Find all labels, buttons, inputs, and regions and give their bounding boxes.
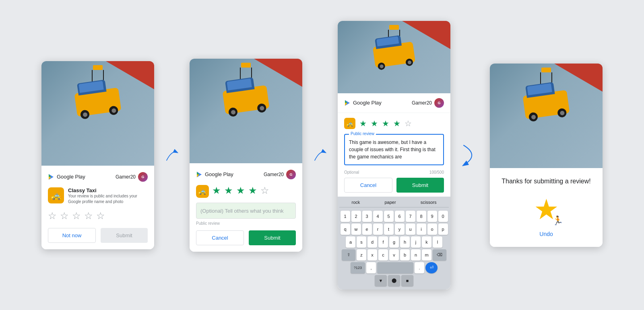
game-image-4: [490, 64, 603, 168]
review-meta-row: Optional 100/500: [338, 168, 450, 178]
key-j[interactable]: j: [411, 236, 421, 248]
user-info-3: Gamer20 G: [412, 98, 444, 108]
key-c[interactable]: c: [378, 249, 388, 261]
num-switch-key[interactable]: ?123: [351, 262, 365, 273]
curved-arrow-1: [164, 139, 180, 171]
game-image-2: [190, 59, 302, 163]
key-y[interactable]: y: [395, 224, 405, 235]
key-h[interactable]: h: [400, 236, 410, 248]
backspace-key[interactable]: ⌫: [433, 249, 446, 261]
row-a: a s d f g h j k l: [339, 236, 449, 248]
key-g[interactable]: g: [389, 236, 399, 248]
key-3[interactable]: 3: [362, 211, 372, 222]
stars-row-2: 🚕 ★ ★ ★ ★ ☆: [196, 185, 296, 198]
star-3-3[interactable]: ★: [382, 119, 389, 128]
enter-key[interactable]: ⏎: [425, 262, 438, 273]
star-3-5[interactable]: ☆: [405, 119, 412, 128]
game-image-1: [41, 61, 154, 166]
star-2-1[interactable]: ★: [212, 185, 221, 198]
back-nav[interactable]: ▼: [375, 275, 387, 286]
star-3-2[interactable]: ★: [371, 119, 378, 128]
key-5[interactable]: 5: [384, 211, 394, 222]
public-review-box[interactable]: Public review This game is awesome, but …: [344, 134, 444, 165]
suggestion-2[interactable]: paper: [384, 200, 396, 205]
undo-button[interactable]: Undo: [539, 231, 553, 237]
star-1-1[interactable]: ☆: [48, 210, 57, 222]
key-1[interactable]: 1: [341, 211, 350, 222]
not-now-button[interactable]: Not now: [48, 228, 96, 243]
review-input-2[interactable]: (Optional) Tell others what you think: [196, 203, 296, 219]
space-key[interactable]: [377, 262, 413, 273]
submit-button-3[interactable]: Submit: [396, 178, 444, 193]
key-6[interactable]: 6: [395, 211, 405, 222]
action-buttons-3: Cancel Submit: [338, 178, 450, 197]
screen2-bottom: Google Play Gamer20 G 🚕 ★ ★ ★ ★ ☆ (Optio…: [190, 163, 302, 252]
key-q[interactable]: q: [341, 224, 350, 235]
star-1-4[interactable]: ☆: [84, 210, 93, 222]
key-u[interactable]: u: [406, 224, 415, 235]
key-r[interactable]: r: [373, 224, 383, 235]
app-icon-3: 🚕: [344, 118, 355, 129]
key-n[interactable]: n: [411, 249, 421, 261]
gplay-header-3: Google Play Gamer20 G: [338, 93, 450, 113]
recent-nav[interactable]: ■: [401, 275, 413, 286]
key-2[interactable]: 2: [351, 211, 361, 222]
key-p[interactable]: p: [438, 224, 448, 235]
cancel-button-3[interactable]: Cancel: [344, 178, 392, 193]
submit-button-1[interactable]: Submit: [101, 228, 148, 243]
key-4[interactable]: 4: [373, 211, 383, 222]
key-l[interactable]: l: [433, 236, 442, 248]
star-1-5[interactable]: ☆: [96, 210, 105, 222]
play-store-icon-3: [344, 100, 351, 106]
username-2: Gamer20: [264, 172, 284, 177]
star-2-4[interactable]: ★: [248, 185, 257, 198]
key-m[interactable]: m: [422, 249, 431, 261]
comma-key[interactable]: ,: [366, 262, 376, 273]
key-k[interactable]: k: [422, 236, 431, 248]
star-2-2[interactable]: ★: [224, 185, 233, 198]
review-text: This game is awesome, but I have a coupl…: [349, 139, 439, 160]
key-w[interactable]: w: [351, 224, 361, 235]
key-s[interactable]: s: [357, 236, 366, 248]
star-1-2[interactable]: ☆: [60, 210, 69, 222]
cancel-button-2[interactable]: Cancel: [196, 230, 244, 245]
star-2-5[interactable]: ☆: [260, 185, 269, 198]
period-key[interactable]: .: [415, 262, 424, 273]
submit-button-2[interactable]: Submit: [249, 230, 296, 245]
key-z[interactable]: z: [357, 249, 366, 261]
gplay-logo-3: Google Play: [344, 100, 382, 106]
key-8[interactable]: 8: [417, 211, 426, 222]
screen1-bottom: Google Play Gamer20 G 🚕 Classy Taxi Your…: [41, 166, 154, 249]
key-e[interactable]: e: [362, 224, 372, 235]
key-t[interactable]: t: [384, 224, 394, 235]
buttons-row-2: Cancel Submit: [196, 230, 296, 245]
key-b[interactable]: b: [400, 249, 410, 261]
thanks-text: Thanks for submitting a review!: [502, 178, 590, 185]
suggestion-3[interactable]: scissors: [421, 200, 437, 205]
key-i[interactable]: i: [417, 224, 426, 235]
star-2-3[interactable]: ★: [236, 185, 245, 198]
key-v[interactable]: v: [389, 249, 399, 261]
star-3-1[interactable]: ★: [359, 119, 367, 128]
key-o[interactable]: o: [427, 224, 437, 235]
key-0[interactable]: 0: [438, 211, 448, 222]
home-nav[interactable]: ⬤: [388, 275, 400, 286]
key-x[interactable]: x: [367, 249, 377, 261]
key-a[interactable]: a: [346, 236, 355, 248]
key-7[interactable]: 7: [406, 211, 415, 222]
star-3-4[interactable]: ★: [393, 119, 400, 128]
user-info-1: Gamer20 G: [116, 172, 148, 182]
screen1: Google Play Gamer20 G 🚕 Classy Taxi Your…: [41, 61, 154, 249]
rating-row-3: 🚕 ★ ★ ★ ★ ☆: [338, 113, 450, 134]
suggestion-1[interactable]: rock: [352, 200, 360, 205]
buttons-row-1: Not now Submit: [48, 228, 148, 243]
key-9[interactable]: 9: [427, 211, 437, 222]
shift-key[interactable]: ⇧: [342, 249, 355, 261]
key-f[interactable]: f: [378, 236, 388, 248]
stars-row-1: ☆ ☆ ☆ ☆ ☆: [48, 210, 148, 222]
curved-arrow-2: [312, 139, 328, 171]
gplay-header-1: Google Play Gamer20 G: [48, 172, 148, 182]
key-d[interactable]: d: [367, 236, 377, 248]
gplay-label-3: Google Play: [353, 100, 382, 106]
star-1-3[interactable]: ☆: [72, 210, 81, 222]
